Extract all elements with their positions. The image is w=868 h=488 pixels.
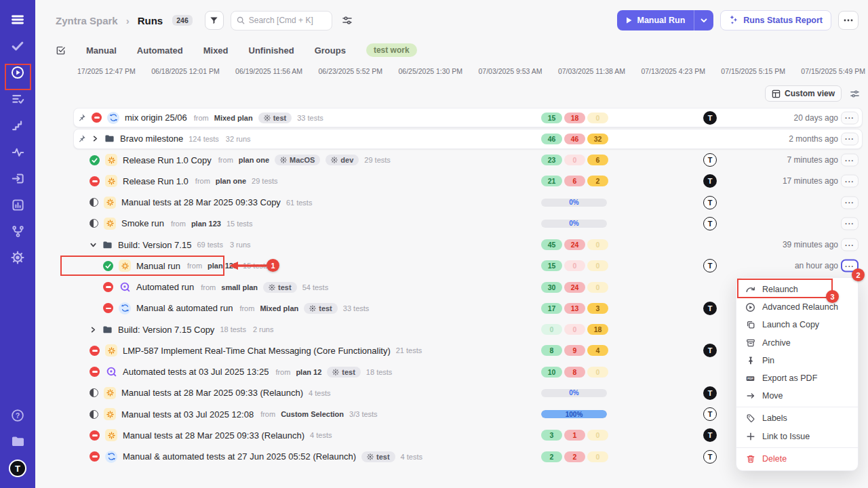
group-meta: 2 runs (253, 325, 274, 333)
gear-icon (332, 369, 339, 375)
group-row[interactable]: Build: Version 7.1569 tests3 runs4524039… (35, 235, 868, 256)
chevron-right-icon (90, 326, 97, 333)
row-more-button[interactable]: ··· (841, 132, 859, 145)
tests-count: 15 tests (243, 262, 269, 270)
tab-unfinished[interactable]: Unfinished (249, 45, 294, 56)
settings-gear-icon[interactable] (10, 250, 25, 265)
row-more-button[interactable]: ··· (841, 196, 859, 209)
gear-icon (367, 453, 374, 460)
row-more-button[interactable]: ··· (841, 111, 859, 124)
config-badge-label: test (319, 304, 332, 312)
assignee-avatar: T (703, 111, 717, 125)
menu-icon[interactable] (10, 12, 25, 27)
menu-item-pin[interactable]: Pin (736, 352, 858, 369)
manual-run-dropdown[interactable] (694, 10, 713, 30)
menu-item-launch-a-copy[interactable]: Launch a Copy (736, 316, 858, 333)
run-stats: 17133 (541, 298, 608, 319)
run-stats: 45240 (541, 235, 608, 256)
run-row[interactable]: Release Run 1.0 Copyfromplan oneMacOSdev… (35, 150, 868, 171)
progress-bar: 0% (541, 199, 607, 207)
reports-chart-icon[interactable] (10, 197, 25, 212)
run-stats: 1500 (541, 256, 608, 277)
sign-in-icon[interactable] (10, 171, 25, 186)
other-count-pill: 0 (587, 282, 608, 293)
run-row[interactable]: mix origin 25/06fromMixed plantest33 tes… (35, 107, 868, 128)
tab-manual[interactable]: Manual (86, 45, 117, 56)
run-row[interactable]: Smoke runfromplan 12315 tests0%T··· (35, 213, 868, 234)
menu-item-label: Advanced Relaunch (762, 302, 838, 312)
row-more-button[interactable]: ··· (841, 260, 859, 272)
menu-item-label: Move (762, 391, 783, 401)
help-icon[interactable]: ? (10, 408, 25, 423)
manual-run-icon (104, 387, 116, 399)
row-more-button[interactable]: ··· (841, 175, 859, 188)
tab-automated[interactable]: Automated (137, 45, 183, 56)
menu-item-delete[interactable]: Delete (736, 450, 858, 468)
milestones-steps-icon[interactable] (10, 118, 25, 133)
assignee-avatar: T (703, 428, 717, 442)
search-settings-icon[interactable] (342, 15, 353, 26)
table-view-icon (772, 89, 781, 98)
folder-icon (102, 325, 113, 335)
menu-item-relaunch[interactable]: Relaunch (736, 281, 858, 298)
header-more-button[interactable] (838, 11, 859, 30)
manual-run-icon (119, 260, 131, 272)
menu-item-link-to-issue[interactable]: Link to Issue (736, 428, 858, 445)
passed-count-pill: 17 (541, 303, 562, 314)
runs-status-report-button[interactable]: Runs Status Report (720, 10, 831, 30)
tab-mixed[interactable]: Mixed (203, 45, 229, 56)
manual-run-button[interactable]: Manual Run (617, 10, 713, 30)
row-main: Automated tests at 03 Jul 2025 13:25from… (35, 361, 392, 382)
passed-count-pill: 15 (541, 260, 562, 271)
run-context-menu: RelaunchAdvanced RelaunchLaunch a CopyAr… (736, 277, 859, 471)
row-main: Build: Version 7.15 Copy18 tests2 runs (35, 319, 275, 340)
run-name: Manual tests at 28 Mar 2025 09:33 (Relau… (123, 430, 304, 441)
branch-icon[interactable] (10, 224, 25, 239)
run-row[interactable]: Manual runfromplan 12315 tests1500Tan ho… (35, 256, 868, 277)
topbar: Zyntra Spark › Runs 246 Manual Run Runs … (35, 0, 868, 41)
status-in-progress-icon (90, 388, 98, 397)
tests-count: 61 tests (286, 199, 313, 207)
menu-item-archive[interactable]: Archive (736, 334, 858, 352)
assignee-avatar: T (703, 344, 717, 357)
menu-item-label: Labels (762, 413, 787, 423)
row-more-button[interactable]: ··· (841, 154, 859, 167)
timeline-date: 17/2025 12:47 PM (77, 67, 136, 75)
row-more-button[interactable]: ··· (841, 239, 859, 251)
defects-list-icon[interactable] (10, 92, 25, 106)
runs-play-icon[interactable] (10, 65, 25, 80)
manual-run-icon (105, 429, 117, 441)
breadcrumb-project[interactable]: Zyntra Spark (56, 15, 118, 26)
from-label: from (194, 114, 209, 122)
tab-groups[interactable]: Groups (315, 45, 346, 56)
run-stats: 0% (541, 213, 607, 234)
folder-icon (104, 134, 115, 144)
time-ago: 2 months ago (789, 134, 838, 144)
other-count-pill: 3 (587, 303, 608, 314)
from-label: from (239, 304, 254, 312)
search-box[interactable] (231, 11, 332, 30)
user-avatar[interactable]: T (9, 460, 26, 477)
test-cases-icon[interactable] (10, 39, 25, 54)
run-stats: 464632 (541, 128, 608, 149)
run-row[interactable]: Manual tests at 28 Mar 2025 09:33 Copy61… (35, 192, 868, 213)
row-more-button[interactable]: ··· (841, 217, 859, 230)
menu-item-advanced-relaunch[interactable]: Advanced Relaunch (736, 298, 858, 316)
menu-item-move[interactable]: Move (736, 387, 858, 405)
time-ago: 20 days ago (794, 113, 838, 123)
passed-count-pill: 10 (541, 367, 562, 378)
select-all-icon[interactable] (56, 45, 66, 56)
tag-filter-test-work[interactable]: test work (366, 43, 417, 57)
menu-item-export-as-pdf[interactable]: PDFExport as PDF (736, 369, 858, 387)
activity-pulse-icon[interactable] (10, 144, 25, 159)
from-label: from (260, 410, 275, 418)
menu-item-labels[interactable]: Labels (736, 409, 858, 427)
passed-count-pill: 23 (541, 155, 562, 165)
custom-view-button[interactable]: Custom view (765, 85, 842, 102)
filter-funnel-button[interactable] (205, 11, 224, 30)
group-row[interactable]: Bravo milestone124 tests32 runs4646322 m… (35, 128, 868, 149)
run-row[interactable]: Release Run 1.0fromplan one29 tests2162T… (35, 171, 868, 192)
projects-folder-icon[interactable] (10, 434, 25, 449)
view-settings-icon[interactable] (850, 89, 860, 99)
search-input[interactable] (249, 16, 323, 25)
